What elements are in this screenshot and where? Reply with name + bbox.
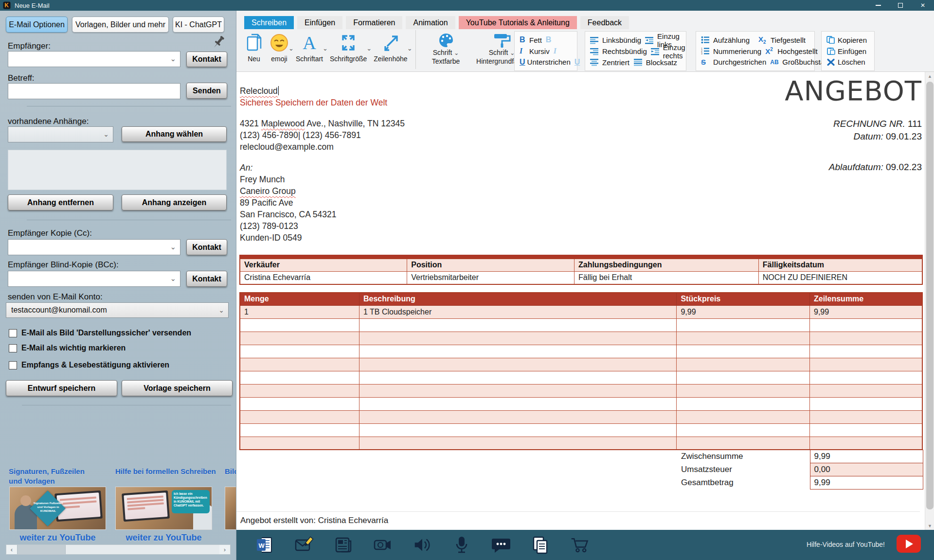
copy-pages-icon[interactable] — [530, 535, 551, 555]
chat-icon[interactable] — [491, 535, 511, 555]
scroll-left-icon[interactable]: ‹ — [6, 545, 17, 554]
chevron-down-icon[interactable]: ⌄ — [170, 274, 176, 282]
chevron-down-icon[interactable]: ⌄ — [103, 130, 109, 138]
thumbnail-image-signaturen[interactable]: Signaturen Fußzeilen und Vorlagen in KUN… — [9, 487, 106, 530]
thumbnail-image-formelle-schreiben[interactable]: Ich lasse ein Kündigungsschreiben in KUN… — [115, 487, 212, 530]
show-attachment-button[interactable]: Anhang anzeigen — [122, 194, 227, 210]
align-right-button[interactable]: Rechtsbündig — [590, 47, 651, 55]
choose-attachment-button[interactable]: Anhang wählen — [122, 126, 227, 142]
ribbon-tab-youtube[interactable]: YouTube Tutorials & Anleitung — [459, 16, 577, 29]
table-cell — [677, 358, 810, 371]
attachment-select[interactable]: ⌄ — [8, 126, 113, 142]
chevron-down-icon[interactable]: ⌄ — [170, 54, 176, 63]
cc-contact-button[interactable]: Kontakt — [186, 239, 227, 255]
chevron-down-icon[interactable]: ⌄ — [454, 50, 459, 56]
numbered-list-button[interactable]: 123Nummerierung — [701, 47, 765, 55]
thumbnail-image-bilder[interactable] — [225, 487, 236, 530]
youtube-button[interactable] — [897, 535, 921, 553]
ribbon-tab-schreiben[interactable]: Schreiben — [244, 16, 294, 29]
subscript-button[interactable]: X2Tiefgestellt — [758, 35, 809, 45]
ribbon-tab-einfuegen[interactable]: Einfügen — [297, 16, 342, 29]
compose-mail-icon[interactable] — [294, 535, 314, 555]
chevron-down-icon[interactable]: ⌄ — [407, 45, 413, 52]
chevron-down-icon[interactable]: ⌄ — [323, 45, 328, 52]
youtube-link-formelle-schreiben[interactable]: weiter zu YouTube — [115, 533, 212, 543]
items-table-empty-row — [240, 397, 922, 410]
scroll-right-icon[interactable]: › — [219, 545, 230, 554]
scroll-down-icon[interactable]: ▼ — [925, 522, 934, 530]
bold-button[interactable]: BFettB — [520, 35, 572, 46]
checkbox[interactable] — [9, 361, 17, 369]
microphone-icon[interactable] — [451, 535, 472, 555]
font-size-button[interactable]: ⌄ Schriftgröße — [330, 30, 367, 63]
attachment-list[interactable] — [8, 150, 227, 190]
tab-vorlagen-bilder[interactable]: Vorlagen, Bilder und mehr — [72, 17, 169, 33]
cc-input[interactable]: ⌄ — [8, 239, 180, 255]
delete-button[interactable]: Löschen — [826, 56, 869, 68]
scrollbar-thumb[interactable] — [926, 82, 934, 509]
tab-ki-chatgpt[interactable]: KI - ChatGPT — [173, 17, 224, 33]
send-button[interactable]: Senden — [186, 83, 227, 99]
pin-icon[interactable] — [210, 34, 227, 51]
checkbox-row-important[interactable]: E-Mail als wichtig markieren — [9, 344, 126, 352]
maximize-button[interactable] — [889, 0, 912, 11]
checkbox[interactable] — [9, 344, 17, 352]
align-center-button[interactable]: Zentriert — [590, 58, 633, 67]
ribbon-tab-formatieren[interactable]: Formatieren — [346, 16, 402, 29]
document-editor[interactable]: Relecloud Sicheres Speichern der Daten d… — [236, 72, 925, 530]
vertical-scrollbar[interactable]: ▲ ▼ — [925, 72, 934, 530]
paste-button[interactable]: Einfügen — [826, 46, 869, 57]
subject-input[interactable] — [8, 83, 180, 99]
strikethrough-button[interactable]: SDurchgestrichen — [701, 58, 770, 66]
line-height-button[interactable]: ⌄ Zeilenhöhe — [374, 30, 407, 63]
scroll-up-icon[interactable]: ▲ — [925, 72, 934, 80]
font-color-button[interactable]: Schrift⌄Textfarbe — [422, 30, 470, 66]
horizontal-scrollbar[interactable]: ‹ › — [6, 544, 231, 555]
recipient-input[interactable]: ⌄ — [8, 51, 180, 67]
chevron-down-icon[interactable]: ⌄ — [218, 306, 224, 314]
video-camera-icon[interactable] — [373, 535, 393, 555]
shopping-cart-icon[interactable] — [570, 535, 590, 555]
checkbox-row-image-safe[interactable]: E-Mail als Bild 'Darstellungssicher' ver… — [9, 329, 191, 337]
save-template-button[interactable]: Vorlage speichern — [122, 380, 233, 396]
new-document-button[interactable]: Neu — [245, 30, 263, 63]
account-select[interactable]: testaccount@kunomail.com ⌄ — [6, 302, 229, 318]
emoji-button[interactable]: ⌄ emoji — [269, 30, 289, 63]
bcc-input[interactable]: ⌄ — [8, 271, 180, 287]
table-cell — [240, 332, 359, 345]
checkbox[interactable] — [9, 329, 17, 337]
scrollbar-thumb[interactable] — [17, 545, 66, 554]
justify-button[interactable]: Blocksatz — [634, 58, 681, 67]
table-cell — [809, 332, 922, 345]
resize-arrows-icon — [339, 32, 358, 54]
recipient-label: Empfänger: — [8, 41, 51, 51]
recipient-line: 89 Pacific Ave — [240, 197, 405, 209]
recipient-contact-button[interactable]: Kontakt — [186, 52, 227, 67]
checkbox-row-read-receipt[interactable]: Empfangs & Lesebestätigung aktivieren — [9, 361, 169, 369]
speaker-icon[interactable] — [412, 535, 432, 555]
scrollbar-track[interactable] — [66, 545, 219, 554]
newsletter-icon[interactable] — [333, 535, 354, 555]
ribbon-tab-feedback[interactable]: Feedback — [580, 16, 629, 29]
chevron-down-icon[interactable]: ⌄ — [288, 45, 294, 52]
youtube-link-signaturen[interactable]: weiter zu YouTube — [9, 533, 106, 543]
copy-button[interactable]: Kopieren — [826, 35, 869, 46]
bullet-list-button[interactable]: Aufzählung — [701, 36, 754, 44]
italic-button[interactable]: IKursivI — [520, 46, 572, 57]
chevron-down-icon[interactable]: ⌄ — [366, 45, 372, 52]
underline-button[interactable]: UUnterstrichenU — [520, 56, 572, 68]
remove-attachment-button[interactable]: Anhang entfernen — [8, 194, 113, 210]
ribbon-tab-animation[interactable]: Animation — [406, 16, 455, 29]
minimize-button[interactable] — [867, 0, 889, 11]
align-left-button[interactable]: Linksbündig — [590, 36, 645, 44]
font-family-button[interactable]: A ⌄ Schriftart — [296, 30, 323, 63]
word-app-icon[interactable]: W — [254, 535, 275, 555]
superscript-button[interactable]: X2Hochgestellt — [765, 47, 822, 55]
bcc-contact-button[interactable]: Kontakt — [186, 271, 227, 287]
chevron-down-icon[interactable]: ⌄ — [170, 242, 176, 251]
tab-email-optionen[interactable]: E-Mail Optionen — [6, 17, 68, 33]
save-draft-button[interactable]: Entwurf speichern — [6, 380, 117, 396]
expiry-value: 09.02.23 — [886, 162, 922, 172]
table-cell — [809, 437, 922, 450]
close-button[interactable]: ✕ — [912, 0, 934, 11]
